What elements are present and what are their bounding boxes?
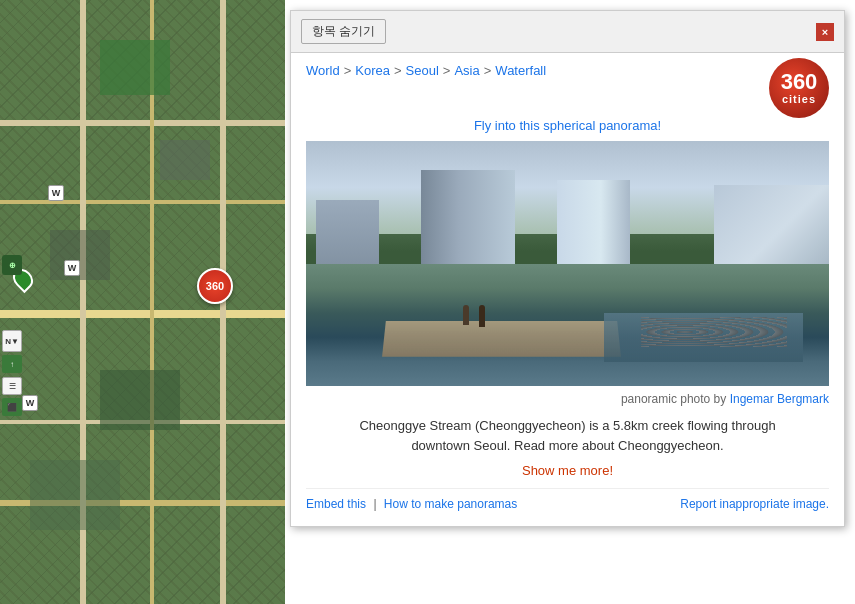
nav-icon[interactable]: ⬛ [2,398,22,416]
panorama-image[interactable] [306,141,829,386]
breadcrumb-korea[interactable]: Korea [355,63,390,78]
show-more-link[interactable]: Show me more! [522,463,613,478]
person-2 [479,305,485,327]
photo-credit-author[interactable]: Ingemar Bergmark [730,392,829,406]
panorama-image-inner [306,141,829,386]
logo-word: cities [782,93,816,105]
nav-icon[interactable]: ↑ [2,355,22,373]
nav-icon[interactable]: ⊕ [2,255,22,275]
map-360-badge[interactable]: 360 [197,268,233,304]
footer-left: Embed this | How to make panoramas [306,497,517,511]
map-building [100,370,180,430]
panel-content: 360 cities World > Korea > Seoul > Asia … [291,53,844,526]
photo-credit-prefix: panoramic photo by [621,392,726,406]
map-background: W W W ⊕ N▼ ↑ ☰ ⬛ 360 [0,0,285,604]
footer-separator: | [373,497,376,511]
photo-credit: panoramic photo by Ingemar Bergmark [306,392,829,406]
description-line1: Cheonggye Stream (Cheonggyecheon) is a 5… [359,418,775,433]
close-button[interactable]: × [816,23,834,41]
walkway [383,321,622,357]
map-building [50,230,110,280]
nav-icon[interactable]: N▼ [2,330,22,352]
map-road [0,310,285,318]
rocks [641,317,787,346]
breadcrumb-sep-1: > [344,63,352,78]
footer-right: Report inappropriate image. [680,497,829,511]
footer-links: Embed this | How to make panoramas Repor… [306,488,829,511]
breadcrumb-sep-2: > [394,63,402,78]
description-text: Cheonggye Stream (Cheonggyecheon) is a 5… [306,416,829,455]
show-more-container: Show me more! [306,463,829,478]
info-panel: 항목 숨기기 × 360 cities World > Korea > Seou… [290,10,845,527]
nav-icon[interactable]: ☰ [2,377,22,395]
breadcrumb-sep-3: > [443,63,451,78]
wiki-marker[interactable]: W [64,260,80,276]
map-building [160,140,210,180]
report-link[interactable]: Report inappropriate image. [680,497,829,511]
logo-number: 360 [781,71,818,93]
embed-link[interactable]: Embed this [306,497,366,511]
map-park [100,40,170,95]
panorama-link[interactable]: Fly into this spherical panorama! [474,118,661,133]
wiki-marker[interactable]: W [22,395,38,411]
panorama-link-container: Fly into this spherical panorama! [306,118,829,133]
breadcrumb-waterfall[interactable]: Waterfall [495,63,546,78]
map-road [0,200,285,204]
map-building [30,460,120,530]
breadcrumb-asia[interactable]: Asia [454,63,479,78]
logo-360cities: 360 cities [769,58,829,118]
breadcrumb-sep-4: > [484,63,492,78]
description-line2: downtown Seoul. Read more about Cheonggy… [411,438,723,453]
how-to-link[interactable]: How to make panoramas [384,497,517,511]
wiki-marker[interactable]: W [48,185,64,201]
person-1 [463,305,469,325]
hide-button[interactable]: 항목 숨기기 [301,19,386,44]
panel-header: 항목 숨기기 × [291,11,844,53]
breadcrumb-seoul[interactable]: Seoul [406,63,439,78]
breadcrumb: World > Korea > Seoul > Asia > Waterfall [306,63,759,78]
map-road [0,120,285,126]
breadcrumb-world[interactable]: World [306,63,340,78]
